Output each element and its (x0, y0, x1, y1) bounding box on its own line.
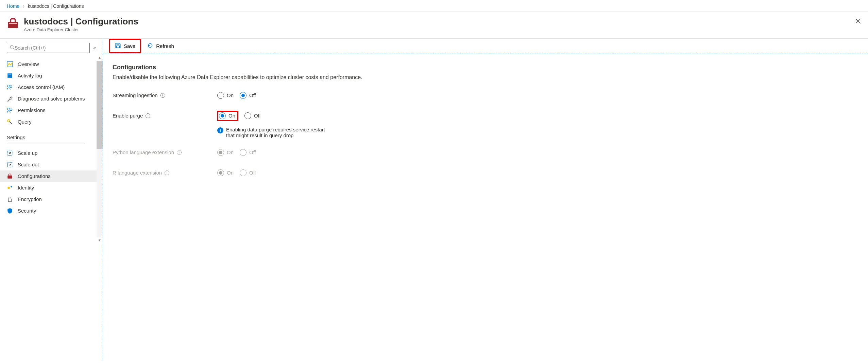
sidebar: « Overview Activity log Access control (… (0, 39, 103, 361)
toolbar: Save Refresh (103, 39, 868, 54)
save-icon (115, 42, 121, 50)
svg-rect-8 (8, 74, 12, 75)
scale-up-icon (7, 150, 13, 156)
scroll-up-icon[interactable]: ▲ (97, 55, 103, 61)
sidebar-item-scale-out[interactable]: Scale out (0, 159, 103, 170)
page-header: kustodocs | Configurations Azure Data Ex… (0, 12, 868, 39)
svg-line-16 (10, 121, 12, 124)
svg-line-5 (13, 48, 14, 49)
sidebar-item-access-control[interactable]: Access control (IAM) (0, 81, 103, 93)
info-icon[interactable]: i (160, 93, 165, 98)
sidebar-item-label: Query (18, 119, 32, 125)
main-pane: Save Refresh Configurations Enable/disab… (103, 39, 868, 361)
row-enable-purge: Enable purge i On Off (113, 109, 511, 123)
shield-icon (7, 208, 13, 214)
identity-icon (7, 185, 13, 191)
radio-label: Off (249, 92, 256, 98)
radio-label: On (227, 92, 234, 98)
purge-on-highlight: On (217, 111, 238, 121)
radio-python-off: Off (240, 149, 256, 156)
svg-rect-19 (7, 175, 12, 178)
svg-rect-0 (8, 22, 18, 28)
search-input-wrapper[interactable] (7, 43, 90, 53)
radio-r-off: Off (240, 169, 256, 176)
overview-icon (7, 61, 13, 67)
info-icon[interactable]: i (165, 170, 169, 175)
radio-label: Off (249, 170, 256, 176)
svg-point-4 (10, 45, 13, 48)
collapse-sidebar-icon[interactable]: « (93, 45, 96, 51)
save-highlight: Save (109, 39, 141, 53)
radio-r-on: On (217, 169, 234, 176)
sidebar-item-label: Diagnose and solve problems (18, 96, 85, 102)
activity-log-icon (7, 73, 13, 79)
sidebar-item-label: Scale out (18, 162, 39, 167)
svg-point-20 (7, 186, 10, 189)
radio-label: On (227, 149, 234, 155)
svg-point-11 (7, 85, 10, 87)
sidebar-item-query[interactable]: Query (0, 116, 103, 128)
svg-point-12 (10, 86, 12, 88)
sidebar-item-label: Configurations (18, 173, 51, 179)
sidebar-item-overview[interactable]: Overview (0, 58, 103, 70)
section-divider (7, 144, 85, 144)
sidebar-item-configurations[interactable]: Configurations (0, 170, 103, 182)
row-r-extension: R language extension i On Off (113, 166, 511, 180)
wrench-icon (7, 96, 13, 102)
radio-label: On (228, 113, 235, 119)
sidebar-scrollbar[interactable]: ▲ ▼ (97, 61, 103, 237)
sidebar-section-settings: Settings (0, 130, 103, 142)
key-icon (7, 119, 13, 125)
people-icon (7, 84, 13, 90)
svg-rect-23 (117, 43, 119, 45)
breadcrumb-home[interactable]: Home (7, 3, 19, 9)
radio-label: On (227, 170, 234, 176)
save-button[interactable]: Save (111, 40, 139, 52)
search-input[interactable] (15, 45, 87, 51)
scale-out-icon (7, 162, 13, 168)
sidebar-item-label: Security (18, 208, 36, 214)
config-label: Streaming ingestion (113, 92, 158, 98)
radio-streaming-off[interactable]: Off (240, 92, 256, 99)
sidebar-item-identity[interactable]: Identity (0, 182, 103, 194)
svg-rect-24 (117, 46, 120, 48)
svg-point-13 (7, 108, 10, 110)
refresh-button[interactable]: Refresh (143, 40, 178, 52)
sidebar-item-scale-up[interactable]: Scale up (0, 147, 103, 159)
info-icon[interactable]: i (177, 150, 182, 155)
content-heading: Configurations (113, 64, 511, 71)
svg-point-14 (10, 109, 12, 111)
config-label: Enable purge (113, 113, 143, 119)
sidebar-item-security[interactable]: Security (0, 205, 103, 217)
radio-python-on: On (217, 149, 234, 156)
sidebar-item-label: Activity log (18, 73, 42, 78)
sidebar-item-encryption[interactable]: Encryption (0, 194, 103, 205)
purge-warning: i Enabling data purge requires service r… (217, 127, 326, 138)
refresh-icon (147, 42, 153, 50)
svg-point-21 (11, 186, 12, 187)
sidebar-item-label: Encryption (18, 196, 42, 202)
close-icon[interactable] (855, 18, 861, 26)
cluster-icon (7, 17, 19, 30)
radio-purge-on[interactable]: On (219, 112, 235, 119)
save-label: Save (124, 43, 135, 49)
lock-icon (7, 196, 13, 202)
info-icon[interactable]: i (146, 113, 150, 118)
scroll-down-icon[interactable]: ▼ (97, 237, 103, 243)
breadcrumb-current: kustodocs | Configurations (28, 3, 84, 9)
config-label: R language extension (113, 170, 162, 176)
radio-purge-off[interactable]: Off (244, 112, 261, 119)
sidebar-item-label: Identity (18, 185, 34, 190)
radio-streaming-on[interactable]: On (217, 92, 234, 99)
svg-rect-22 (8, 199, 12, 201)
radio-label: Off (249, 149, 256, 155)
sidebar-item-activity-log[interactable]: Activity log (0, 70, 103, 81)
sidebar-item-permissions[interactable]: Permissions (0, 105, 103, 116)
breadcrumb: Home › kustodocs | Configurations (0, 0, 868, 12)
search-icon (10, 45, 15, 51)
sidebar-item-label: Overview (18, 61, 39, 67)
scroll-thumb[interactable] (97, 61, 103, 149)
sidebar-item-diagnose[interactable]: Diagnose and solve problems (0, 93, 103, 105)
info-filled-icon: i (217, 127, 223, 133)
breadcrumb-separator-icon: › (23, 3, 24, 9)
